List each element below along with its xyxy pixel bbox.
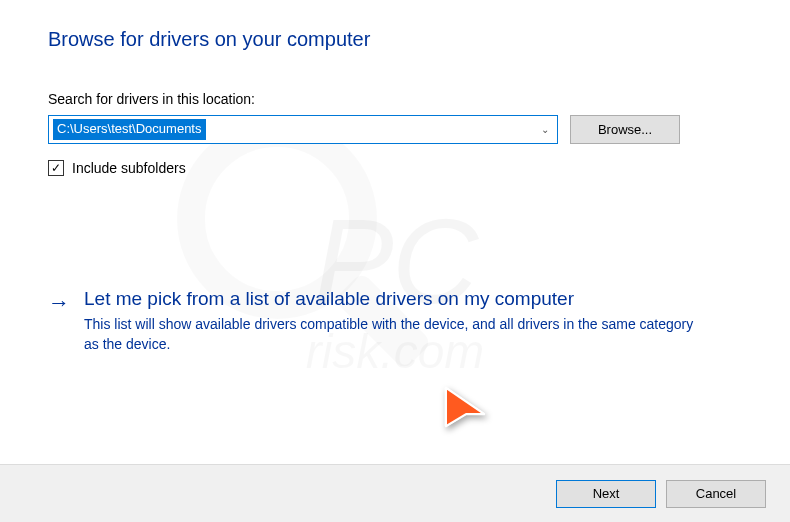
annotation-cursor-icon <box>440 370 496 432</box>
path-combobox[interactable]: C:\Users\test\Documents ⌄ <box>48 115 558 144</box>
dialog-footer: Next Cancel <box>0 464 790 522</box>
pick-option-title: Let me pick from a list of available dri… <box>84 288 704 310</box>
next-button[interactable]: Next <box>556 480 656 508</box>
pick-option-description: This list will show available drivers co… <box>84 314 704 355</box>
include-subfolders-label: Include subfolders <box>72 160 186 176</box>
path-value: C:\Users\test\Documents <box>53 119 206 140</box>
page-title: Browse for drivers on your computer <box>48 28 742 51</box>
pick-from-list-option[interactable]: → Let me pick from a list of available d… <box>48 288 742 355</box>
include-subfolders-checkbox[interactable]: ✓ <box>48 160 64 176</box>
arrow-right-icon: → <box>48 290 70 355</box>
chevron-down-icon[interactable]: ⌄ <box>541 124 549 135</box>
browse-button[interactable]: Browse... <box>570 115 680 144</box>
cancel-button[interactable]: Cancel <box>666 480 766 508</box>
search-location-label: Search for drivers in this location: <box>48 91 742 107</box>
